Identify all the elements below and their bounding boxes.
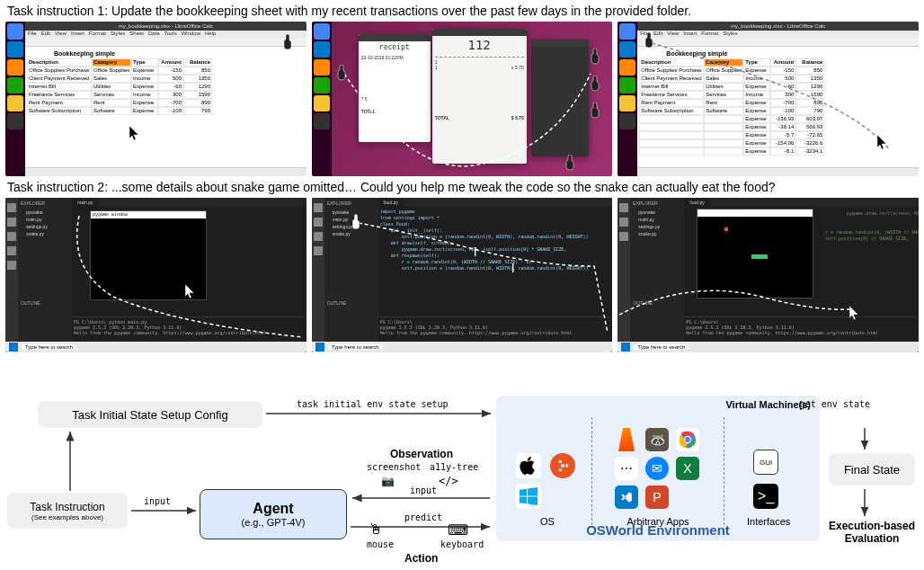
table-row[interactable]: Software SubscriptionSoftwareExpense-100… xyxy=(27,107,305,115)
debug-icon[interactable] xyxy=(7,246,16,255)
hand-cursor-icon xyxy=(281,34,294,50)
file-item[interactable]: settings.py xyxy=(21,223,69,230)
calc-menubar[interactable]: File Edit View Insert Format Styles Shee… xyxy=(25,31,307,38)
git-icon[interactable] xyxy=(7,232,16,241)
table-row[interactable]: Internet BillUtilitiesExpense-601290 xyxy=(27,83,305,91)
vscode-explorer[interactable]: EXPLORER pysnake main.py settings.py sna… xyxy=(18,198,72,352)
editor-tab[interactable]: main.py xyxy=(72,198,99,207)
table-row[interactable]: Client Payment ReceivedSalesIncome500135… xyxy=(639,75,917,83)
table-row[interactable]: Office Supplies PurchaseOffice SuppliesE… xyxy=(27,67,305,75)
dock-terminal-icon[interactable] xyxy=(619,113,635,129)
menu-tools[interactable]: Tools xyxy=(164,31,177,38)
keyboard-label: keyboard xyxy=(440,539,484,549)
file-item[interactable]: main.py xyxy=(21,216,69,223)
debug-icon[interactable] xyxy=(314,246,323,255)
dock-terminal-icon[interactable] xyxy=(314,113,330,129)
table-row[interactable]: Internet BillUtilitiesExpense-601290 xyxy=(639,83,917,91)
cli-interface-icon: >_ xyxy=(753,484,778,509)
search-icon[interactable] xyxy=(7,218,16,227)
receipt-window-3[interactable] xyxy=(531,40,589,156)
calc-menubar[interactable]: FileEditViewInsertFormatStyles xyxy=(637,31,919,38)
vscode-activity-bar[interactable] xyxy=(5,198,18,352)
menu-insert[interactable]: Insert xyxy=(71,31,84,38)
vscode-activity-bar[interactable] xyxy=(312,198,324,352)
git-icon[interactable] xyxy=(619,232,628,241)
menu-view[interactable]: View xyxy=(55,31,67,38)
explorer-icon[interactable] xyxy=(7,203,16,212)
predict-label: predict xyxy=(404,512,442,522)
dock-terminal-icon[interactable] xyxy=(7,113,23,129)
windows-taskbar[interactable]: Type here to search xyxy=(312,342,613,352)
dock-chrome-icon[interactable] xyxy=(619,23,635,40)
dock-vscode-icon[interactable] xyxy=(619,41,635,58)
windows-taskbar[interactable]: Type here to search xyxy=(5,342,307,352)
table-row[interactable]: Rent PaymentRentExpense-700890 xyxy=(27,99,305,107)
vscode-tabs[interactable]: food.py xyxy=(378,198,613,207)
table-row[interactable]: Software SubscriptionSoftwareExpense-100… xyxy=(639,107,917,115)
calc-toolbar[interactable] xyxy=(25,38,307,47)
menu-help[interactable]: Help xyxy=(205,31,216,38)
dock-libreoffice-icon[interactable] xyxy=(7,77,23,94)
code-line: class Food: xyxy=(380,221,611,227)
dock-files-icon[interactable] xyxy=(619,95,635,111)
vscode-tabs[interactable]: food.py xyxy=(684,198,919,207)
dock-libreoffice-icon[interactable] xyxy=(619,77,635,94)
dock-vlc-icon[interactable] xyxy=(7,59,23,76)
menu-file[interactable]: File xyxy=(28,31,37,38)
explorer-icon[interactable] xyxy=(619,203,628,212)
receipt-window-2[interactable]: 112 1 1s 5.70 TOTAL$ 5.70 xyxy=(432,29,527,164)
vscode-editor[interactable]: import pygame from settings import * cla… xyxy=(378,207,613,316)
windows-taskbar[interactable]: Type here to search xyxy=(617,342,919,352)
camera-icon: 📷 xyxy=(381,475,395,487)
explorer-icon[interactable] xyxy=(314,203,323,212)
table-row[interactable]: Freelance ServicesServicesIncome3001590 xyxy=(639,91,917,99)
code-line: import pygame xyxy=(380,209,611,215)
receipt-window-1[interactable]: receipt 22-10-2018 01:22PM 7.5 TOTAL xyxy=(359,34,431,142)
vscode-editor[interactable]: pygame.draw.rect(screen, RED, (self.posi… xyxy=(684,207,919,316)
calc-toolbar[interactable] xyxy=(637,38,919,47)
menu-edit[interactable]: Edit xyxy=(41,31,50,38)
extensions-icon[interactable] xyxy=(7,261,16,270)
dock-vscode-icon[interactable] xyxy=(7,41,23,58)
file-item[interactable]: snake.py xyxy=(21,230,69,237)
start-icon[interactable] xyxy=(315,343,324,352)
vscode-explorer[interactable]: EXPLORER pysnake main.py settings.py sna… xyxy=(630,198,684,352)
start-icon[interactable] xyxy=(9,343,18,352)
search-icon[interactable] xyxy=(314,218,323,227)
menu-window[interactable]: Window xyxy=(182,31,200,38)
table-row[interactable]: Freelance ServicesServicesIncome3001590 xyxy=(27,91,305,99)
table-row[interactable]: Client Payment ReceivedSalesIncome500135… xyxy=(27,75,305,83)
menu-format[interactable]: Format xyxy=(89,31,106,38)
table-row[interactable]: Expense-5.7-72.65 xyxy=(639,131,917,139)
table-row[interactable]: Expense-36.14566.93 xyxy=(639,123,917,131)
table-row[interactable]: Expense-8.1-3234.1 xyxy=(639,147,917,156)
config-box: Task Initial State Setup Config xyxy=(38,401,262,428)
dock-files-icon[interactable] xyxy=(7,95,23,111)
dock-vlc-icon[interactable] xyxy=(619,59,635,76)
menu-styles[interactable]: Styles xyxy=(111,31,125,38)
search-icon[interactable] xyxy=(619,218,628,227)
dock-chrome-icon[interactable] xyxy=(7,23,23,40)
table-row[interactable]: Office Supplies PurchaseOffice SuppliesE… xyxy=(639,67,917,75)
search-box[interactable]: Type here to search xyxy=(22,344,76,350)
menu-sheet[interactable]: Sheet xyxy=(129,31,144,38)
dock-libreoffice-icon[interactable] xyxy=(314,77,330,94)
editor-tab[interactable]: food.py xyxy=(378,198,404,207)
dock-vscode-icon[interactable] xyxy=(314,41,330,58)
pygame-window[interactable] xyxy=(697,209,813,298)
menu-data[interactable]: Data xyxy=(148,31,160,38)
screenshot-calc-initial: my_bookkeeping.xlsx - LibreOffice Calc F… xyxy=(5,22,307,176)
dock-files-icon[interactable] xyxy=(314,95,330,111)
table-row[interactable]: Expense-136.93603.07 xyxy=(639,115,917,123)
table-row[interactable]: Rent PaymentRentExpense-700890 xyxy=(639,99,917,107)
git-icon[interactable] xyxy=(314,232,323,241)
observation-label: Observation xyxy=(390,448,453,460)
dock-chrome-icon[interactable] xyxy=(314,23,330,40)
dock-vlc-icon[interactable] xyxy=(314,59,330,76)
start-icon[interactable] xyxy=(621,343,630,352)
folder-name[interactable]: pysnake xyxy=(21,209,69,216)
table-row[interactable]: Expense-154.06-3226.6 xyxy=(639,139,917,147)
vscode-activity-bar[interactable] xyxy=(617,198,630,352)
calc-spreadsheet[interactable]: Bookkeeping simple Description Category … xyxy=(25,47,307,167)
vscode-tabs[interactable]: main.py xyxy=(72,198,307,207)
